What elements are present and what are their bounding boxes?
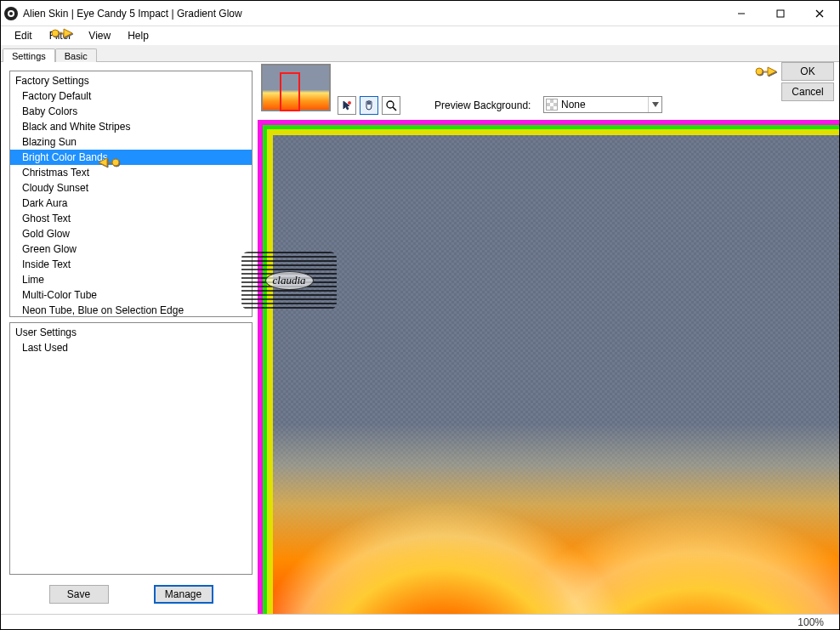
list-item[interactable]: Cloudy Sunset [10,180,252,196]
preview-thumbnail[interactable] [261,64,331,111]
save-button[interactable]: Save [49,585,109,604]
window-title: Alien Skin | Eye Candy 5 Impact | Gradie… [23,8,722,20]
factory-settings-list[interactable]: Factory Settings Factory Default Baby Co… [9,71,253,317]
list-item[interactable]: Gold Glow [10,226,252,241]
svg-line-10 [393,107,396,111]
right-panel: Preview Background: None OK Can [256,62,839,614]
app-icon [4,7,18,20]
maximize-button[interactable] [761,1,800,26]
tabstrip: Settings Basic [1,45,839,62]
tab-settings[interactable]: Settings [3,48,55,62]
menu-view[interactable]: View [80,28,119,43]
list-item[interactable]: Christmas Text [10,165,252,180]
hand-tool-icon[interactable] [360,96,378,115]
manage-button[interactable]: Manage [154,585,213,604]
tool-iconbar [338,96,400,115]
ok-cancel-group: OK Cancel [754,62,834,101]
thumbnail-selection[interactable] [280,72,300,111]
watermark: claudia [241,252,337,309]
pointer-hand-icon [754,63,778,80]
preview-background-label: Preview Background: [434,99,531,111]
ok-button[interactable]: OK [781,62,834,81]
svg-rect-3 [777,10,784,17]
left-panel: Factory Settings Factory Default Baby Co… [1,62,256,614]
svg-point-6 [52,30,59,37]
zoom-tool-icon[interactable] [382,96,400,115]
menubar: Edit Filter View Help [1,26,839,45]
list-item[interactable]: Black and White Stripes [10,119,252,134]
svg-point-8 [348,101,351,105]
list-item[interactable]: Factory Default [10,88,252,104]
checker-swatch-icon [546,99,558,111]
factory-settings-header: Factory Settings [10,71,252,88]
list-item[interactable]: Last Used [10,340,252,355]
list-item[interactable]: Multi-Color Tube [10,287,252,303]
svg-point-7 [112,159,119,166]
window: Alien Skin | Eye Candy 5 Impact | Gradie… [0,0,840,630]
list-item[interactable]: Baby Colors [10,104,252,119]
list-item[interactable]: Inside Text [10,257,252,272]
user-settings-list[interactable]: User Settings Last Used [9,322,253,575]
svg-point-11 [756,68,763,75]
titlebar: Alien Skin | Eye Candy 5 Impact | Gradie… [1,1,839,26]
button-row: Save Manage [9,580,253,609]
minimize-button[interactable] [722,1,761,26]
close-button[interactable] [800,1,839,26]
pointer-hand-icon [50,25,74,44]
preview-canvas[interactable] [258,120,839,614]
menu-help[interactable]: Help [119,28,157,43]
chevron-down-icon [648,97,661,112]
list-item[interactable]: Dark Aura [10,196,252,211]
list-item[interactable]: Blazing Sun [10,134,252,150]
list-item[interactable]: Ghost Text [10,211,252,226]
list-item[interactable]: Neon Tube, Blue on Selection Edge [10,303,252,317]
right-controls: Preview Background: None OK Can [256,62,839,120]
menu-edit[interactable]: Edit [6,28,41,43]
preview-background-value: None [561,99,586,111]
list-item-selected[interactable]: Bright Color Bands [10,150,252,165]
preview-background-select[interactable]: None [543,96,662,113]
cancel-button[interactable]: Cancel [781,82,834,101]
body: Factory Settings Factory Default Baby Co… [1,62,839,614]
pointer-hand-icon [97,154,121,173]
svg-point-9 [387,101,394,108]
status-bar: 100% [1,614,839,629]
list-item[interactable]: Lime [10,272,252,287]
svg-point-1 [9,12,13,15]
tab-basic[interactable]: Basic [55,48,97,62]
list-item[interactable]: Green Glow [10,241,252,257]
zoom-level: 100% [797,616,824,628]
pointer-tool-icon[interactable] [338,96,356,115]
user-settings-header: User Settings [10,323,252,340]
watermark-text: claudia [265,271,314,290]
